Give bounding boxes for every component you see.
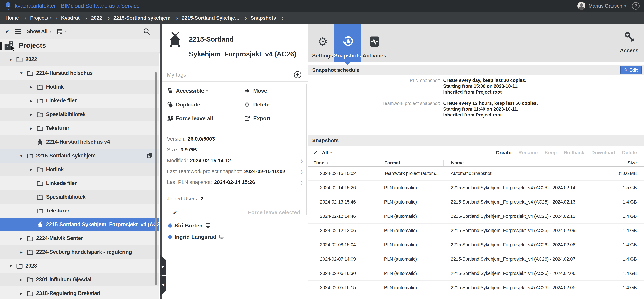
expander-arrow-icon[interactable]: ▸ — [30, 126, 37, 131]
tree-item[interactable]: ▸ — [0, 163, 158, 176]
avatar[interactable] — [578, 2, 586, 10]
column-header-format[interactable]: Format — [377, 160, 443, 166]
accessible-dropdown[interactable]: Accessible ▾ — [167, 86, 244, 96]
tree-item[interactable]: ▸ — [0, 286, 158, 299]
expander-arrow-icon[interactable]: ▸ — [30, 167, 37, 172]
tree-item[interactable]: ▸ — [0, 121, 158, 135]
expander-arrow-icon[interactable]: ▸ — [30, 98, 37, 103]
move-button[interactable]: Move — [244, 86, 308, 96]
tree-item[interactable]: ▸ — [0, 94, 158, 108]
info-row[interactable]: Modified: 2024-02-15 14:12 › — [167, 155, 308, 166]
snapshot-action-button[interactable]: Delete — [622, 150, 637, 156]
snapshot-action-button[interactable]: Rename — [518, 150, 538, 156]
expander-arrow-icon[interactable]: ▸ — [30, 112, 37, 117]
column-header-time[interactable]: Time ▲ — [308, 160, 377, 166]
snapshot-row[interactable]: 2024-02-12 13:06 PLN (automatic) 2215-So… — [308, 224, 644, 238]
snapshot-row[interactable]: 2024-02-06 16:30 PLN (automatic) 2215-So… — [308, 266, 644, 281]
breadcrumb-item[interactable]: 2022 — [91, 15, 104, 21]
info-row[interactable]: Last Teamwork project snapshot: 2024-02-… — [167, 166, 308, 177]
check-icon[interactable]: ✔ — [5, 28, 10, 35]
expander-arrow-icon[interactable]: ▾ — [20, 71, 27, 76]
help-icon[interactable]: ? — [632, 2, 640, 10]
breadcrumb-label: 2215-Sortland sykehjem — [114, 15, 170, 21]
app-title: kvadratarkitekter - BIMcloud Software as… — [15, 3, 140, 9]
expander-arrow-icon[interactable]: ▸ — [20, 236, 27, 241]
export-button[interactable]: Export — [244, 113, 308, 123]
calendar-icon[interactable] — [56, 28, 63, 35]
expander-arrow-icon[interactable]: ▸ — [20, 291, 27, 296]
filter-dropdown[interactable]: All — [322, 150, 328, 156]
tree-item[interactable]: ▾ — [0, 259, 158, 273]
breadcrumb-item[interactable]: Home — [6, 15, 20, 21]
expander-arrow-icon[interactable]: ▾ — [20, 153, 27, 158]
snapshot-action-button[interactable]: Download — [591, 150, 615, 156]
tree-item[interactable]: ▾ — [0, 53, 158, 66]
snapshot-row[interactable]: 2024-02-15 10:02 Teamwork project (autom… — [308, 167, 644, 181]
snapshot-row[interactable]: 2024-02-13 15:46 PLN (automatic) 2215-So… — [308, 195, 644, 209]
breadcrumb-item[interactable]: 2215-Sortland sykehjem — [114, 15, 172, 21]
tree-item[interactable]: Linkede filer — [0, 176, 158, 190]
panel-scrollbar[interactable] — [306, 84, 308, 215]
joined-user-row[interactable]: Ingrid Langsrud — [168, 231, 308, 242]
add-tag-icon[interactable] — [294, 71, 302, 79]
tree-item-label: Spesialbibliotek — [46, 194, 86, 200]
tree-item[interactable]: ▸ — [0, 273, 158, 286]
column-header-name[interactable]: Name — [443, 160, 577, 166]
force-leave-all-button[interactable]: Force leave all — [167, 113, 244, 123]
snapshot-row[interactable]: 2024-02-05 13:50 PLN (automatic) 2215-So… — [308, 295, 644, 299]
snapshot-row[interactable]: 2024-02-12 14:46 PLN (automatic) 2215-So… — [308, 209, 644, 224]
info-row[interactable]: Version: 26.0.0/5003 — [167, 133, 308, 144]
tree-item[interactable]: ▸ — [0, 80, 158, 94]
info-row[interactable]: Last PLN snapshot: 2024-02-14 15:26 › — [167, 177, 308, 187]
expander-arrow-icon[interactable]: ▾ — [10, 263, 16, 268]
check-icon[interactable]: ✔ — [173, 210, 177, 216]
snapshots-table: 2024-02-15 10:02 Teamwork project (autom… — [308, 167, 644, 299]
breadcrumb-item[interactable]: Snapshots — [250, 15, 278, 21]
tree-item[interactable]: 2215-Sortland Sykehjem_Forprosjekt_v4 (A… — [0, 218, 158, 231]
snapshot-row[interactable]: 2024-02-14 15:26 PLN (automatic) 2215-So… — [308, 181, 644, 195]
duplicate-button[interactable]: Duplicate — [167, 100, 244, 110]
show-all-dropdown[interactable]: Show All — [27, 29, 48, 34]
column-header-size[interactable]: Size — [577, 160, 644, 166]
force-leave-selected-button[interactable]: Force leave selected — [248, 209, 300, 216]
expander-arrow-icon[interactable]: ▸ — [20, 250, 27, 255]
search-icon[interactable] — [143, 28, 150, 35]
tree-item[interactable]: 2214-Harstad helsehus v4 — [0, 135, 158, 149]
tab-activities[interactable]: Activities — [361, 24, 388, 62]
list-view-icon[interactable] — [15, 29, 22, 34]
delete-button[interactable]: Delete — [244, 100, 308, 110]
snapshot-action-button[interactable]: Rollback — [564, 150, 584, 156]
chevron-down-icon: ▾ — [65, 30, 67, 33]
breadcrumb-item[interactable]: Projects ▾ — [30, 15, 52, 21]
expander-arrow-icon[interactable]: ▸ — [20, 277, 27, 282]
tree-item[interactable]: Teksturer — [0, 204, 158, 218]
snapshot-row[interactable]: 2024-02-05 16:15 PLN (automatic) 2215-So… — [308, 281, 644, 295]
user-menu[interactable]: Marius Gausen ▾ ? — [578, 2, 640, 10]
tree-item[interactable]: ▸ — [0, 108, 158, 121]
check-icon[interactable]: ✔ — [313, 150, 317, 156]
joined-user-row[interactable]: Siri Borten — [168, 220, 308, 231]
expander-arrow-icon[interactable]: ▾ — [10, 57, 16, 62]
snapshot-action-button[interactable]: Keep — [545, 150, 557, 156]
notification-bell-icon[interactable] — [4, 2, 12, 10]
brand: kvadratarkitekter - BIMcloud Software as… — [4, 2, 140, 10]
collapse-handle-left[interactable] — [0, 43, 2, 50]
tree-item[interactable]: ▸ — [0, 231, 158, 245]
tree-item[interactable]: ▾ — [0, 149, 158, 163]
tab-snapshots[interactable]: Snapshots — [334, 24, 361, 62]
edit-button[interactable]: ✎ Edit — [620, 66, 642, 74]
breadcrumb-item[interactable]: 2215-Sortland Sykehje... — [182, 15, 241, 21]
snapshot-row[interactable]: 2024-02-08 15:04 PLN (automatic) 2215-So… — [308, 238, 644, 252]
tab-settings[interactable]: ⚙ Settings — [312, 24, 334, 62]
snapshot-action-button[interactable]: Create — [496, 150, 512, 156]
expander-arrow-icon[interactable]: ▸ — [30, 85, 37, 90]
tree-item[interactable]: Spesialbibliotek — [0, 190, 158, 204]
breadcrumb-item[interactable]: Kvadrat — [61, 15, 81, 21]
tags-input[interactable]: My tags — [162, 68, 308, 82]
tree-item[interactable]: ▾ — [0, 66, 158, 80]
info-row[interactable]: Size: 3.9 GB — [167, 144, 308, 155]
tree-item[interactable]: ▸ — [0, 245, 158, 259]
sidebar-scrollbar[interactable] — [155, 72, 157, 285]
snapshot-row[interactable]: 2024-02-07 14:09 PLN (automatic) 2215-So… — [308, 252, 644, 266]
tab-access[interactable]: Access — [616, 29, 643, 57]
